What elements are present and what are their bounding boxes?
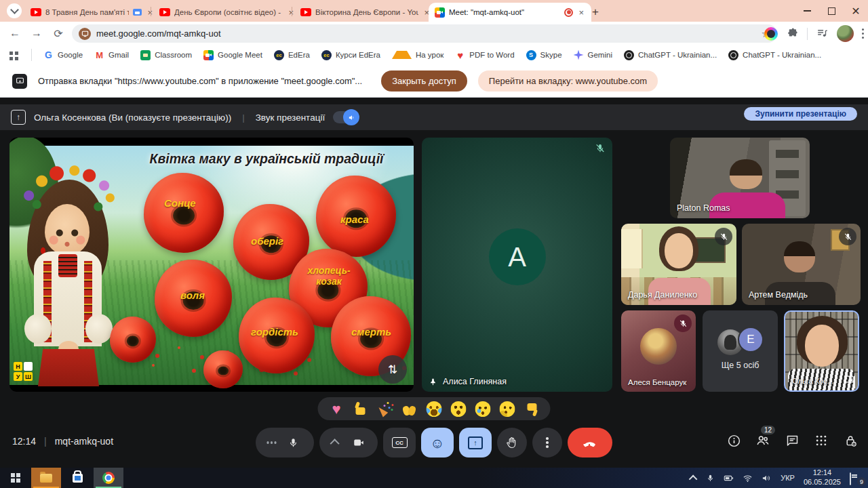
chat-panel-button[interactable] [784, 432, 800, 449]
bookmark-naurok[interactable]: На урок [392, 51, 443, 59]
meeting-details-button[interactable] [726, 432, 742, 449]
picture-in-picture-icon[interactable] [844, 374, 854, 387]
store-bag-icon [73, 474, 83, 483]
host-controls-button[interactable] [842, 432, 859, 449]
taskbar-clock[interactable]: 12:14 06.05.2025 [804, 468, 841, 487]
poppy-label: смерть [351, 326, 391, 338]
raise-hand-button[interactable] [497, 428, 527, 458]
tab-search-button[interactable] [7, 3, 22, 18]
file-explorer-button[interactable] [31, 468, 61, 488]
bookmark-classroom[interactable]: Classroom [140, 50, 192, 60]
windows-logo-icon [11, 473, 20, 483]
reaction-thinking-icon[interactable] [500, 401, 515, 417]
window-minimize-button[interactable] [795, 0, 819, 22]
reaction-thumbs-up-icon[interactable] [353, 401, 369, 417]
more-options-button[interactable] [532, 428, 562, 458]
reaction-joy-icon[interactable] [427, 401, 442, 417]
gemini-favicon [574, 50, 584, 60]
stop-sharing-button[interactable]: Закрыть доступ [381, 70, 467, 92]
camera-options-icon[interactable] [330, 439, 340, 448]
participant-tile-artem[interactable]: Артем Ведмідь [742, 224, 861, 305]
forward-button[interactable]: → [28, 26, 45, 41]
reaction-tada-icon[interactable] [378, 401, 393, 417]
chrome-taskbar-button[interactable] [94, 468, 123, 488]
keyboard-language[interactable]: УКР [781, 474, 795, 482]
participant-tile-platon[interactable]: Platon Romas [670, 138, 810, 218]
new-tab-button[interactable]: + [587, 4, 604, 20]
tab-meet-active[interactable]: Meet: "mqt-amkq-uot" × [429, 3, 591, 22]
tray-volume-icon[interactable] [762, 474, 772, 483]
tab-title: День Європи (освітнє відео) - [174, 8, 283, 16]
bookmark-chatgpt-1[interactable]: ChatGPT - Ukrainian... [624, 50, 717, 60]
reaction-wow-icon[interactable] [451, 401, 467, 417]
tray-battery-icon[interactable] [724, 474, 734, 483]
bookmark-edera[interactable]: ecEdEra [274, 50, 310, 60]
activities-button[interactable] [813, 432, 829, 449]
window-close-button[interactable]: ✕ [844, 0, 868, 22]
bookmark-gemini[interactable]: Gemini [574, 50, 612, 60]
start-button[interactable] [0, 468, 31, 488]
bookmark-google[interactable]: GGoogle [43, 50, 83, 60]
apps-grid-icon[interactable] [9, 52, 13, 55]
more-vertical-icon [546, 441, 549, 444]
reaction-cry-icon[interactable] [475, 401, 491, 417]
mic-options-icon[interactable] [271, 441, 273, 444]
people-panel-button[interactable]: 12 [755, 432, 771, 449]
classroom-favicon [140, 50, 151, 60]
bookmark-google-meet[interactable]: Google Meet [203, 50, 262, 60]
reload-button[interactable]: ⟳ [50, 26, 66, 41]
tab-youtube-1[interactable]: 8 Травня День пам'яті та п × [24, 3, 160, 22]
captions-button[interactable] [383, 428, 416, 458]
extensions-puzzle-icon[interactable] [786, 27, 799, 40]
girl-illustration [9, 146, 126, 385]
profile-avatar[interactable] [837, 25, 854, 42]
overflow-participants-tile[interactable]: E Ще 5 осіб [703, 310, 778, 392]
presentation-sound-label: Звук презентації [256, 113, 326, 123]
participant-tile-alesya[interactable]: Алеся Бенцарук [621, 310, 696, 392]
tray-expand-icon[interactable] [689, 474, 698, 483]
address-bar[interactable]: meet.google.com/mqt-amkq-uot ☆ [72, 24, 777, 43]
bookmark-skype[interactable]: SSkype [526, 50, 562, 60]
presentation-sound-toggle[interactable] [333, 111, 359, 123]
camera-button[interactable] [319, 428, 378, 458]
participant-avatar: E [738, 327, 764, 352]
notification-center-button[interactable]: 9 [850, 473, 861, 483]
recorder-extension-icon[interactable] [764, 27, 778, 41]
tab-close-icon[interactable]: × [577, 8, 585, 17]
browser-menu-icon[interactable] [862, 33, 865, 35]
bookmark-label: PDF to Word [469, 51, 514, 59]
tab-sharing-indicator-icon[interactable] [79, 28, 91, 40]
stop-presentation-button[interactable]: Зупинити презентацію [744, 107, 857, 121]
presentation-tile[interactable]: Квітка маку в українській традиції [9, 138, 414, 392]
bookmark-gmail[interactable]: MGmail [94, 50, 129, 60]
self-view-tile[interactable]: Ольга Кос... [784, 310, 859, 392]
reaction-thumbs-down-icon[interactable] [524, 401, 540, 417]
bookmark-kursy-edera[interactable]: ecКурси EdEra [321, 50, 380, 60]
bookmark-chatgpt-2[interactable]: ChatGPT - Ukrainian... [728, 50, 821, 60]
end-call-button[interactable] [568, 428, 612, 458]
presenting-bar: ↑ Ольга Косенкова (Ви (показуєте презент… [0, 104, 868, 130]
reaction-heart-icon[interactable] [329, 401, 344, 417]
bookmarks-bar: GGoogle MGmail Classroom Google Meet ecE… [0, 45, 868, 65]
present-button[interactable] [459, 428, 492, 458]
poppy-flower [110, 317, 156, 363]
pinned-participant-tile[interactable]: A Алиса Глиняная [422, 138, 612, 392]
reactions-button[interactable] [421, 428, 454, 458]
microphone-button[interactable] [256, 428, 314, 458]
edera-favicon: ec [321, 50, 332, 60]
tab-youtube-3[interactable]: Вікторина День Європи - YouT × [294, 3, 437, 22]
media-controls-icon[interactable] [816, 27, 829, 40]
resize-presentation-icon[interactable] [378, 355, 407, 384]
participant-tile-daria[interactable]: Дарья Даниленко [621, 224, 736, 305]
naurok-favicon [392, 51, 412, 59]
back-button[interactable]: ← [7, 26, 23, 41]
blouse-sleeve [85, 314, 113, 344]
window-maximize-button[interactable] [819, 0, 844, 22]
microsoft-store-button[interactable] [64, 468, 91, 488]
goto-tab-button[interactable]: Перейти на вкладку: www.youtube.com [478, 70, 658, 92]
tray-mic-icon[interactable] [706, 474, 715, 483]
tray-wifi-icon[interactable] [743, 474, 753, 483]
reaction-clap-icon[interactable] [402, 401, 418, 417]
bookmark-pdf-to-word[interactable]: ♥PDF to Word [455, 50, 514, 60]
tab-youtube-2[interactable]: День Європи (освітнє відео) - × [153, 3, 301, 22]
